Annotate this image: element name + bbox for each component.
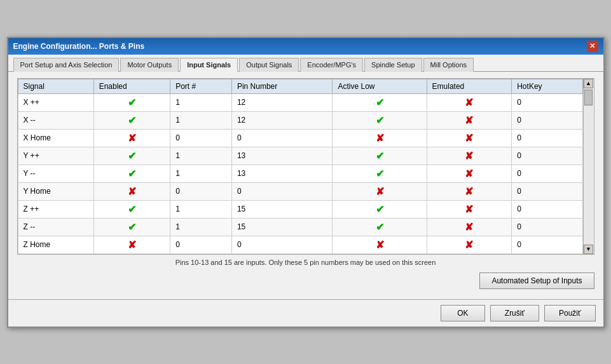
- cell-emulated[interactable]: ✘: [427, 129, 512, 147]
- cell-port: 0: [170, 236, 232, 253]
- table-row[interactable]: Y -- ✔ 1 13 ✔ ✘ 0: [18, 165, 582, 182]
- cell-hotkey: 0: [512, 182, 582, 200]
- cell-port: 1: [170, 147, 232, 165]
- table-scroll-area: Signal Enabled Port # Pin Number Active …: [18, 79, 583, 254]
- cell-emulated[interactable]: ✘: [427, 111, 512, 129]
- tabs-bar: Port Setup and Axis Selection Motor Outp…: [8, 55, 603, 72]
- tab-port-setup[interactable]: Port Setup and Axis Selection: [13, 58, 120, 72]
- cell-emulated[interactable]: ✘: [427, 200, 512, 218]
- tab-input-signals[interactable]: Input Signals: [180, 58, 238, 72]
- cell-signal: Y Home: [18, 182, 93, 200]
- cell-port: 0: [170, 182, 232, 200]
- title-bar: Engine Configuration... Ports & Pins ✕: [8, 38, 603, 55]
- cell-active-low[interactable]: ✔: [333, 218, 427, 236]
- cell-pin: 15: [231, 200, 333, 218]
- cell-enabled[interactable]: ✔: [93, 93, 170, 111]
- cell-hotkey: 0: [512, 200, 582, 218]
- cell-active-low[interactable]: ✔: [333, 200, 427, 218]
- cell-port: 1: [170, 111, 232, 129]
- cell-signal: Z ++: [18, 200, 93, 218]
- cell-enabled[interactable]: ✔: [93, 111, 170, 129]
- cell-enabled[interactable]: ✘: [93, 236, 170, 253]
- window-title: Engine Configuration... Ports & Pins: [13, 42, 145, 51]
- cell-active-low[interactable]: ✘: [333, 129, 427, 147]
- tab-mill-options[interactable]: Mill Options: [423, 58, 474, 72]
- automated-setup-button[interactable]: Automated Setup of Inputs: [479, 273, 594, 289]
- table-row[interactable]: X Home ✘ 0 0 ✘ ✘ 0: [18, 129, 582, 147]
- cell-pin: 0: [231, 129, 333, 147]
- cell-hotkey: 0: [512, 236, 582, 253]
- cell-pin: 13: [231, 165, 333, 182]
- footer-bar: OK Zrušiť Použiť: [8, 299, 603, 327]
- cell-port: 1: [170, 218, 232, 236]
- cell-signal: X --: [18, 111, 93, 129]
- main-window: Engine Configuration... Ports & Pins ✕ P…: [7, 37, 605, 328]
- cell-hotkey: 0: [512, 147, 582, 165]
- cell-hotkey: 0: [512, 165, 582, 182]
- tab-motor-outputs[interactable]: Motor Outputs: [120, 58, 179, 72]
- cell-enabled[interactable]: ✔: [93, 147, 170, 165]
- cell-active-low[interactable]: ✔: [333, 147, 427, 165]
- cell-pin: 0: [231, 236, 333, 253]
- cell-signal: X ++: [18, 93, 93, 111]
- close-button[interactable]: ✕: [587, 41, 598, 52]
- cell-enabled[interactable]: ✘: [93, 129, 170, 147]
- table-row[interactable]: Z ++ ✔ 1 15 ✔ ✘ 0: [18, 200, 582, 218]
- cell-pin: 13: [231, 147, 333, 165]
- hint-text: Pins 10-13 and 15 are inputs. Only these…: [17, 255, 594, 270]
- table-row[interactable]: Y ++ ✔ 1 13 ✔ ✘ 0: [18, 147, 582, 165]
- apply-button[interactable]: Použiť: [544, 305, 596, 321]
- table-container: Signal Enabled Port # Pin Number Active …: [17, 78, 594, 255]
- signals-table: Signal Enabled Port # Pin Number Active …: [18, 79, 583, 254]
- cell-pin: 15: [231, 218, 333, 236]
- cancel-button[interactable]: Zrušiť: [490, 305, 539, 321]
- cell-emulated[interactable]: ✘: [427, 182, 512, 200]
- table-row[interactable]: Z -- ✔ 1 15 ✔ ✘ 0: [18, 218, 582, 236]
- automated-setup-row: Automated Setup of Inputs: [17, 270, 594, 293]
- cell-port: 1: [170, 200, 232, 218]
- ok-button[interactable]: OK: [441, 305, 485, 321]
- table-row[interactable]: X -- ✔ 1 12 ✔ ✘ 0: [18, 111, 582, 129]
- col-header-signal: Signal: [18, 79, 93, 93]
- cell-emulated[interactable]: ✘: [427, 147, 512, 165]
- cell-active-low[interactable]: ✘: [333, 236, 427, 253]
- scroll-thumb[interactable]: [584, 90, 593, 105]
- cell-signal: Y --: [18, 165, 93, 182]
- col-header-pin: Pin Number: [231, 79, 333, 93]
- content-area: Signal Enabled Port # Pin Number Active …: [8, 72, 603, 299]
- cell-hotkey: 0: [512, 93, 582, 111]
- col-header-emulated: Emulated: [427, 79, 512, 93]
- cell-signal: Y ++: [18, 147, 93, 165]
- cell-emulated[interactable]: ✘: [427, 218, 512, 236]
- cell-active-low[interactable]: ✔: [333, 93, 427, 111]
- cell-pin: 0: [231, 182, 333, 200]
- cell-emulated[interactable]: ✘: [427, 236, 512, 253]
- cell-emulated[interactable]: ✘: [427, 165, 512, 182]
- cell-enabled[interactable]: ✔: [93, 218, 170, 236]
- table-row[interactable]: Z Home ✘ 0 0 ✘ ✘ 0: [18, 236, 582, 253]
- tab-spindle-setup[interactable]: Spindle Setup: [364, 58, 422, 72]
- cell-hotkey: 0: [512, 129, 582, 147]
- tab-encoder-mpg[interactable]: Encoder/MPG's: [300, 58, 363, 72]
- cell-enabled[interactable]: ✔: [93, 165, 170, 182]
- cell-enabled[interactable]: ✔: [93, 200, 170, 218]
- cell-emulated[interactable]: ✘: [427, 93, 512, 111]
- scroll-down-button[interactable]: ▼: [584, 245, 593, 254]
- cell-pin: 12: [231, 93, 333, 111]
- table-row[interactable]: X ++ ✔ 1 12 ✔ ✘ 0: [18, 93, 582, 111]
- cell-active-low[interactable]: ✘: [333, 182, 427, 200]
- tab-output-signals[interactable]: Output Signals: [239, 58, 299, 72]
- col-header-port: Port #: [170, 79, 232, 93]
- cell-active-low[interactable]: ✔: [333, 111, 427, 129]
- cell-signal: Z --: [18, 218, 93, 236]
- cell-port: 1: [170, 165, 232, 182]
- cell-pin: 12: [231, 111, 333, 129]
- cell-enabled[interactable]: ✘: [93, 182, 170, 200]
- table-row[interactable]: Y Home ✘ 0 0 ✘ ✘ 0: [18, 182, 582, 200]
- cell-active-low[interactable]: ✔: [333, 165, 427, 182]
- cell-port: 0: [170, 129, 232, 147]
- cell-signal: Z Home: [18, 236, 93, 253]
- scroll-up-button[interactable]: ▲: [584, 79, 593, 88]
- vertical-scrollbar[interactable]: ▲ ▼: [583, 79, 594, 254]
- col-header-active-low: Active Low: [333, 79, 427, 93]
